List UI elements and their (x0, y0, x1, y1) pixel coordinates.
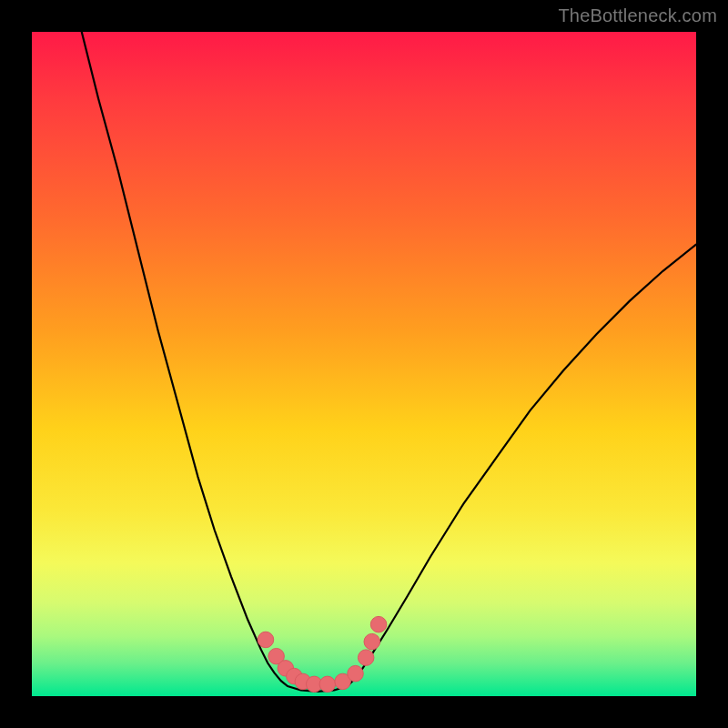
curve-marker (364, 633, 380, 650)
bottleneck-curve (32, 32, 696, 696)
chart-frame: TheBottleneck.com (0, 0, 728, 728)
curve-marker (358, 650, 374, 666)
curve-path (82, 32, 696, 692)
plot-area (32, 32, 696, 696)
curve-marker (348, 665, 364, 682)
curve-markers (258, 616, 387, 692)
watermark-label: TheBottleneck.com (558, 5, 717, 26)
curve-marker (258, 632, 274, 648)
curve-marker (319, 676, 336, 693)
curve-marker (370, 616, 387, 632)
